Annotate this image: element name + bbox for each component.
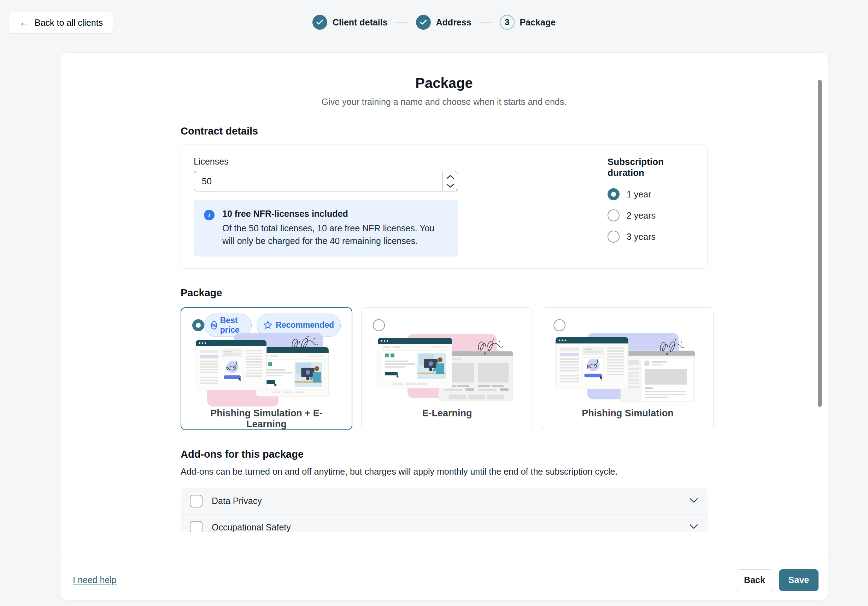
radio-label: 3 years [626, 232, 656, 242]
step-address[interactable]: Address [416, 15, 471, 30]
badge-label: Recommended [276, 320, 334, 330]
package-option-label: Phishing Simulation + E-Learning [192, 408, 341, 432]
addons-heading: Add-ons for this package [181, 448, 708, 460]
radio-selected-icon [608, 188, 620, 200]
package-options-row: % Best price Recommended [181, 307, 708, 430]
checkbox-unchecked-icon[interactable] [190, 495, 203, 507]
badge-label: Best price [220, 316, 245, 335]
radio-label: 2 years [626, 210, 656, 221]
step-package[interactable]: 3 Package [500, 15, 556, 30]
addon-row-data-privacy[interactable]: Data Privacy [181, 488, 708, 514]
radio-unselected-icon [553, 319, 566, 331]
package-card-phishing-simulation[interactable]: Phishing Simulation [542, 307, 713, 430]
back-button[interactable]: Back [736, 569, 773, 591]
addons-description: Add-ons can be turned on and off anytime… [181, 467, 708, 477]
wizard-stepper: Client details Address 3 Package [312, 15, 556, 30]
page-title: Package [181, 75, 708, 91]
chevron-down-icon[interactable] [446, 183, 454, 188]
addon-label: Data Privacy [212, 496, 262, 506]
step-divider [395, 22, 408, 23]
save-button[interactable]: Save [779, 569, 818, 591]
package-card-phishing-elearning[interactable]: % Best price Recommended [181, 307, 352, 430]
arrow-left-icon: ← [19, 18, 29, 28]
step-label: Address [436, 17, 471, 28]
step-label: Client details [333, 17, 388, 28]
licenses-input[interactable] [194, 171, 458, 191]
duration-option-2-years[interactable]: 2 years [608, 209, 694, 221]
step-label: Package [520, 17, 556, 28]
nfr-info-banner: i 10 free NFR-licenses included Of the 5… [194, 200, 458, 257]
check-icon [312, 15, 327, 30]
info-icon: i [204, 210, 214, 220]
radio-unselected-icon [608, 230, 620, 243]
package-option-label: Phishing Simulation [553, 408, 702, 421]
addon-label: Occupational Safety [212, 522, 291, 532]
step-client-details[interactable]: Client details [312, 15, 388, 30]
duration-option-1-year[interactable]: 1 year [608, 188, 694, 200]
back-to-clients-button[interactable]: ← Back to all clients [9, 12, 113, 34]
page-subtitle: Give your training a name and choose whe… [181, 97, 708, 107]
form-scroll-area: Package Give your training a name and ch… [60, 53, 828, 532]
contract-details-box: Licenses i [181, 144, 708, 269]
vertical-scrollbar-thumb[interactable] [818, 80, 822, 407]
radio-unselected-icon [373, 319, 385, 331]
licenses-label: Licenses [194, 156, 458, 167]
form-footer: I need help Back Save [60, 559, 828, 600]
chevron-down-icon [689, 524, 698, 531]
help-link[interactable]: I need help [73, 575, 117, 585]
subscription-duration-heading: Subscription duration [608, 156, 694, 178]
contract-details-heading: Contract details [181, 125, 708, 137]
radio-label: 1 year [626, 189, 651, 199]
addon-list: Data Privacy Occupational Safety [181, 488, 708, 532]
checkbox-unchecked-icon[interactable] [190, 521, 203, 532]
package-form-card: Package Give your training a name and ch… [60, 52, 828, 600]
elearning-illustration [373, 332, 521, 408]
info-body: Of the 50 total licenses, 10 are free NF… [222, 222, 448, 247]
star-icon [263, 321, 273, 329]
chevron-up-icon[interactable] [446, 175, 454, 179]
percent-icon: % [211, 321, 217, 329]
radio-selected-icon [192, 319, 204, 331]
subscription-duration-group: Subscription duration 1 year 2 years 3 y… [608, 156, 694, 257]
step-number: 3 [500, 15, 515, 30]
chevron-down-icon [689, 498, 698, 505]
phishing-elearning-illustration [192, 332, 341, 408]
top-bar: ← Back to all clients Client details Add… [0, 0, 868, 45]
package-option-label: E-Learning [373, 408, 521, 421]
addon-row-occupational-safety[interactable]: Occupational Safety [181, 514, 708, 532]
package-section-heading: Package [181, 287, 708, 299]
package-card-elearning[interactable]: E-Learning [361, 307, 533, 430]
phishing-simulation-illustration [553, 332, 702, 408]
check-icon [416, 15, 431, 30]
licenses-stepper [442, 171, 458, 191]
radio-unselected-icon [608, 209, 620, 221]
licenses-input-wrapper [194, 171, 458, 192]
back-to-clients-label: Back to all clients [35, 18, 103, 28]
step-divider [479, 22, 492, 23]
info-title: 10 free NFR-licenses included [222, 209, 448, 219]
duration-option-3-years[interactable]: 3 years [608, 230, 694, 243]
